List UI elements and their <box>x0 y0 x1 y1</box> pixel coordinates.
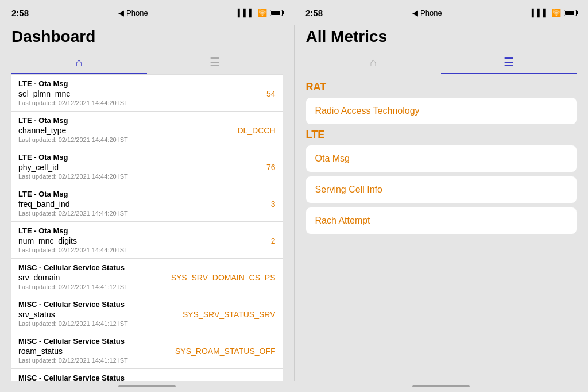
time-left: 2:58 <box>11 8 29 18</box>
home-indicator-bar <box>0 381 588 392</box>
metric-card[interactable]: Radio Access Technology <box>306 98 577 124</box>
item-row: srv_status SYS_SRV_STATUS_SRV <box>18 310 276 319</box>
metrics-panel: All Metrics ⌂ ☰ RATRadio Access Technolo… <box>295 25 589 381</box>
status-bar-left: 2:58 ◀ Phone ▍▍▍ 🛜 <box>0 0 294 25</box>
item-timestamp: Last updated: 02/12/2021 14:44:20 IST <box>18 173 276 180</box>
metric-card-label: Rach Attempt <box>315 216 370 225</box>
item-timestamp: Last updated: 02/12/2021 14:41:12 IST <box>18 357 276 364</box>
battery-icon-left <box>270 10 283 16</box>
home-indicator-pill-left <box>118 385 176 387</box>
item-timestamp: Last updated: 02/12/2021 14:44:20 IST <box>18 247 276 253</box>
item-key: srv_status <box>18 310 55 319</box>
metric-section-title: RAT <box>306 81 577 93</box>
list-item[interactable]: LTE - Ota Msg channel_type DL_DCCH Last … <box>11 112 283 148</box>
item-category: MISC - Cellular Service Status <box>18 337 276 345</box>
status-icons-right: ▍▍▍ 🛜 <box>532 9 577 17</box>
list-icon-metrics-active: ☰ <box>504 55 514 69</box>
item-value: SYS_SRV_STATUS_SRV <box>183 310 276 319</box>
dashboard-tab-bar: ⌂ ☰ <box>11 51 283 74</box>
dashboard-list: LTE - Ota Msg sel_plmn_mnc 54 Last updat… <box>11 74 283 381</box>
item-value: SYS_ROAM_STATUS_OFF <box>175 347 276 356</box>
metric-card-label: Serving Cell Info <box>315 185 382 194</box>
item-timestamp: Last updated: 02/12/2021 14:41:12 IST <box>18 320 276 327</box>
metric-card[interactable]: Rach Attempt <box>306 207 577 234</box>
metrics-title: All Metrics <box>306 28 577 46</box>
status-bar-right: 2:58 ◀ Phone ▍▍▍ 🛜 <box>294 0 588 25</box>
list-item[interactable]: MISC - Cellular Service Status srv_domai… <box>11 259 283 295</box>
wifi-icon-left: 🛜 <box>258 9 267 17</box>
item-category: LTE - Ota Msg <box>18 79 276 88</box>
item-key: roam_status <box>18 347 63 356</box>
item-key: num_mnc_digits <box>18 236 77 245</box>
item-key: channel_type <box>18 126 66 135</box>
item-category: MISC - Cellular Service Status <box>18 374 276 381</box>
metric-card[interactable]: Serving Cell Info <box>306 176 577 203</box>
list-item[interactable]: MISC - Cellular Service Status sys_mode … <box>11 369 283 381</box>
metric-section-title: LTE <box>306 129 577 141</box>
item-value: 3 <box>271 199 276 209</box>
home-indicator-right <box>294 381 588 392</box>
status-icons-left: ▍▍▍ 🛜 <box>238 9 283 17</box>
home-icon-active: ⌂ <box>76 56 83 69</box>
item-value: 54 <box>266 89 276 98</box>
item-category: LTE - Ota Msg <box>18 190 276 198</box>
list-item[interactable]: LTE - Ota Msg phy_cell_id 76 Last update… <box>11 148 283 185</box>
item-key: srv_domain <box>18 273 60 282</box>
item-category: LTE - Ota Msg <box>18 153 276 162</box>
back-left[interactable]: ◀ Phone <box>118 9 148 17</box>
list-item[interactable]: LTE - Ota Msg freq_band_ind 3 Last updat… <box>11 185 283 222</box>
item-row: freq_band_ind 3 <box>18 199 276 209</box>
metric-card-label: Ota Msg <box>315 153 350 163</box>
item-row: num_mnc_digits 2 <box>18 236 276 245</box>
item-value: SYS_SRV_DOMAIN_CS_PS <box>171 273 276 282</box>
metrics-scroll: RATRadio Access TechnologyLTEOta MsgServ… <box>306 74 577 381</box>
home-indicator-left <box>0 381 294 392</box>
list-item[interactable]: LTE - Ota Msg num_mnc_digits 2 Last upda… <box>11 222 283 259</box>
signal-icon-left: ▍▍▍ <box>238 9 255 17</box>
metrics-tab-bar: ⌂ ☰ <box>306 51 577 74</box>
home-icon-metrics: ⌂ <box>370 56 377 69</box>
item-value: 2 <box>271 236 276 245</box>
home-indicator-pill-right <box>412 385 470 387</box>
dashboard-panel: Dashboard ⌂ ☰ LTE - Ota Msg sel_plmn_mnc… <box>0 25 294 381</box>
back-right[interactable]: ◀ Phone <box>412 9 442 17</box>
metric-card-label: Radio Access Technology <box>315 106 420 116</box>
item-row: channel_type DL_DCCH <box>18 126 276 135</box>
item-value: DL_DCCH <box>237 126 275 135</box>
signal-icon-right: ▍▍▍ <box>532 9 549 17</box>
tab-metrics-home[interactable]: ⌂ <box>306 51 442 74</box>
list-item[interactable]: MISC - Cellular Service Status srv_statu… <box>11 295 283 332</box>
tab-dashboard-list[interactable]: ☰ <box>147 51 283 74</box>
item-key: freq_band_ind <box>18 199 70 209</box>
status-bar: 2:58 ◀ Phone ▍▍▍ 🛜 2:58 ◀ Phone ▍▍▍ 🛜 <box>0 0 588 25</box>
dashboard-title: Dashboard <box>11 28 283 46</box>
main-area: Dashboard ⌂ ☰ LTE - Ota Msg sel_plmn_mnc… <box>0 25 588 381</box>
time-right: 2:58 <box>305 8 323 18</box>
list-item[interactable]: MISC - Cellular Service Status roam_stat… <box>11 332 283 369</box>
tab-metrics-list[interactable]: ☰ <box>441 51 577 74</box>
battery-icon-right <box>564 10 577 16</box>
item-timestamp: Last updated: 02/12/2021 14:44:20 IST <box>18 210 276 217</box>
list-item[interactable]: LTE - Ota Msg sel_plmn_mnc 54 Last updat… <box>11 74 283 112</box>
list-icon-inactive: ☰ <box>210 55 220 69</box>
item-timestamp: Last updated: 02/12/2021 14:41:12 IST <box>18 283 276 290</box>
tab-dashboard-home[interactable]: ⌂ <box>11 51 147 74</box>
item-row: roam_status SYS_ROAM_STATUS_OFF <box>18 347 276 356</box>
wifi-icon-right: 🛜 <box>552 9 561 17</box>
item-timestamp: Last updated: 02/12/2021 14:44:20 IST <box>18 99 276 106</box>
item-key: phy_cell_id <box>18 163 59 172</box>
item-category: LTE - Ota Msg <box>18 116 276 125</box>
metric-card[interactable]: Ota Msg <box>306 145 577 172</box>
item-timestamp: Last updated: 02/12/2021 14:44:20 IST <box>18 136 276 143</box>
item-value: 76 <box>266 163 276 172</box>
item-row: phy_cell_id 76 <box>18 163 276 172</box>
item-key: sel_plmn_mnc <box>18 89 70 98</box>
item-row: srv_domain SYS_SRV_DOMAIN_CS_PS <box>18 273 276 282</box>
item-row: sel_plmn_mnc 54 <box>18 89 276 98</box>
item-category: LTE - Ota Msg <box>18 226 276 235</box>
item-category: MISC - Cellular Service Status <box>18 263 276 272</box>
item-category: MISC - Cellular Service Status <box>18 300 276 309</box>
